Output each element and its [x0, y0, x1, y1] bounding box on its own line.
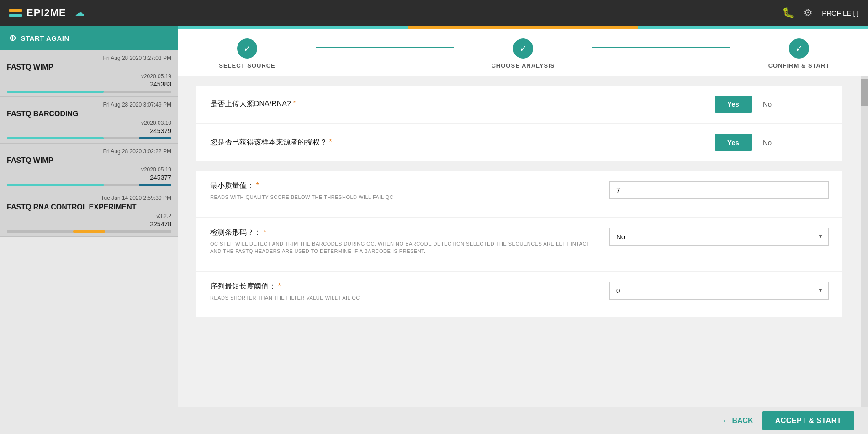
barcode-select-wrapper: No Yes [609, 228, 829, 246]
min-length-desc: READS SHORTER THAN THE FILTER VALUE WILL… [210, 294, 591, 302]
item-progress [7, 91, 171, 93]
item-date: Fri Aug 28 2020 3:07:49 PM [7, 102, 171, 108]
list-item[interactable]: Fri Aug 28 2020 3:07:49 PM FASTQ BARCODI… [0, 97, 178, 144]
min-length-select-wrapper: 0 [609, 282, 829, 300]
min-quality-input[interactable] [609, 181, 829, 199]
item-date: Fri Aug 28 2020 3:02:22 PM [7, 148, 171, 155]
form-divider [196, 166, 842, 166]
progress-segment [106, 230, 171, 233]
back-button[interactable]: ← BACK [722, 417, 753, 425]
barcode-section: 检测条形码？： * QC STEP WILL DETECT AND TRIM T… [196, 218, 842, 271]
start-again-button[interactable]: ⊕ START AGAIN [0, 26, 178, 50]
bug-icon[interactable]: 🐛 [782, 7, 794, 19]
question-1-row: 是否上传人源DNA/RNA? * Yes No [196, 86, 842, 123]
min-quality-required: * [254, 182, 259, 189]
accept-start-button[interactable]: ACCEPT & START [762, 411, 854, 430]
barcode-required: * [261, 228, 266, 236]
step-choose-analysis: ✓ CHOOSE ANALYSIS [454, 38, 592, 69]
scrollbar-thumb[interactable] [861, 79, 868, 106]
min-length-select[interactable]: 0 [609, 282, 829, 300]
brand: EPI2ME ☁ [9, 7, 85, 19]
barcode-desc: QC STEP WILL DETECT AND TRIM THE BARCODE… [210, 240, 591, 255]
brand-title: EPI2ME [26, 7, 66, 19]
min-length-section: 序列最短长度阈值： * READS SHORTER THAN THE FILTE… [196, 272, 842, 317]
navbar-right: 🐛 ⚙ PROFILE [ ] [782, 7, 859, 19]
item-date: Tue Jan 14 2020 2:59:39 PM [7, 195, 171, 201]
q2-required: * [327, 138, 332, 146]
item-id: 245377 [7, 174, 171, 181]
scrollbar-track[interactable] [861, 76, 868, 407]
step-circle-1: ✓ [237, 38, 257, 59]
min-length-required: * [276, 282, 281, 290]
steps-bar-seg-2 [408, 26, 638, 29]
brand-logo-bar-bottom [9, 14, 22, 17]
progress-segment [105, 184, 138, 186]
item-version: v2020.03.10 [7, 120, 171, 126]
progress-segment [139, 91, 171, 93]
bottom-bar: ← BACK ACCEPT & START [178, 407, 868, 434]
barcode-left: 检测条形码？： * QC STEP WILL DETECT AND TRIM T… [210, 228, 591, 261]
q2-label: 您是否已获得该样本来源者的授权？ * [210, 138, 705, 147]
item-name: FASTQ WIMP [7, 63, 171, 71]
navbar: EPI2ME ☁ 🐛 ⚙ PROFILE [ ] [0, 0, 868, 26]
q2-no-button[interactable]: No [757, 134, 778, 151]
item-name: FASTQ WIMP [7, 156, 171, 165]
steps-bar-top [178, 26, 868, 29]
plus-circle-icon: ⊕ [9, 33, 16, 43]
barcode-select[interactable]: No Yes [609, 228, 829, 246]
item-progress [7, 137, 171, 139]
q1-no-button[interactable]: No [757, 96, 778, 113]
q2-control: Yes No [715, 134, 829, 151]
progress-segment [105, 91, 138, 93]
back-arrow-icon: ← [722, 417, 729, 425]
form-content: 是否上传人源DNA/RNA? * Yes No 您是否已获得该样本来源者的授权？… [178, 76, 868, 407]
profile-label[interactable]: PROFILE [ ] [822, 9, 859, 17]
barcode-right: No Yes [609, 228, 829, 246]
item-id: 245383 [7, 80, 171, 88]
min-quality-right [609, 181, 829, 199]
step-label-1: SELECT SOURCE [219, 62, 275, 69]
step-label-3: CONFIRM & START [768, 62, 830, 69]
list-item[interactable]: Tue Jan 14 2020 2:59:39 PM FASTQ RNA CON… [0, 190, 178, 237]
sidebar: ⊕ START AGAIN Fri Aug 28 2020 3:27:03 PM… [0, 26, 178, 434]
main-layout: ⊕ START AGAIN Fri Aug 28 2020 3:27:03 PM… [0, 26, 868, 434]
min-length-left: 序列最短长度阈值： * READS SHORTER THAN THE FILTE… [210, 282, 591, 307]
step-label-2: CHOOSE ANALYSIS [491, 62, 555, 69]
item-id: 245379 [7, 127, 171, 134]
min-quality-left: 最小质量值： * READS WITH QUALITY SCORE BELOW … [210, 181, 591, 207]
q1-required: * [291, 100, 296, 107]
step-line-1 [316, 47, 454, 48]
progress-segment [7, 184, 104, 186]
sidebar-items: Fri Aug 28 2020 3:27:03 PM FASTQ WIMP v2… [0, 50, 178, 434]
step-select-source: ✓ SELECT SOURCE [178, 38, 316, 69]
progress-segment [7, 91, 104, 93]
q1-yes-button[interactable]: Yes [715, 96, 752, 113]
start-again-label: START AGAIN [21, 34, 69, 42]
barcode-row: 检测条形码？： * QC STEP WILL DETECT AND TRIM T… [210, 228, 829, 261]
item-version: v3.2.2 [7, 213, 171, 220]
min-quality-label: 最小质量值： * [210, 181, 591, 191]
min-quality-row: 最小质量值： * READS WITH QUALITY SCORE BELOW … [210, 181, 829, 207]
form-inner: 是否上传人源DNA/RNA? * Yes No 您是否已获得该样本来源者的授权？… [178, 76, 861, 327]
progress-segment [105, 137, 138, 139]
brand-logo [9, 9, 22, 17]
list-item[interactable]: Fri Aug 28 2020 3:27:03 PM FASTQ WIMP v2… [0, 50, 178, 97]
q1-control: Yes No [715, 96, 829, 113]
progress-segment [73, 230, 106, 233]
min-length-label: 序列最短长度阈值： * [210, 282, 591, 291]
item-name: FASTQ RNA CONTROL EXPERIMENT [7, 203, 171, 211]
steps-bar-seg-3 [638, 26, 868, 29]
min-length-row: 序列最短长度阈值： * READS SHORTER THAN THE FILTE… [210, 282, 829, 307]
settings-icon[interactable]: ⚙ [804, 7, 813, 19]
steps-header: ✓ SELECT SOURCE ✓ CHOOSE ANALYSIS ✓ CONF… [178, 26, 868, 76]
item-id: 225478 [7, 220, 171, 228]
item-progress [7, 230, 171, 233]
item-version: v2020.05.19 [7, 73, 171, 80]
progress-segment [139, 137, 171, 139]
min-quality-desc: READS WITH QUALITY SCORE BELOW THE THRES… [210, 193, 591, 201]
min-length-right: 0 [609, 282, 829, 300]
steps-row: ✓ SELECT SOURCE ✓ CHOOSE ANALYSIS ✓ CONF… [178, 29, 868, 76]
q2-yes-button[interactable]: Yes [715, 134, 752, 151]
list-item[interactable]: Fri Aug 28 2020 3:02:22 PM FASTQ WIMP v2… [0, 144, 178, 190]
content-area: ✓ SELECT SOURCE ✓ CHOOSE ANALYSIS ✓ CONF… [178, 26, 868, 434]
